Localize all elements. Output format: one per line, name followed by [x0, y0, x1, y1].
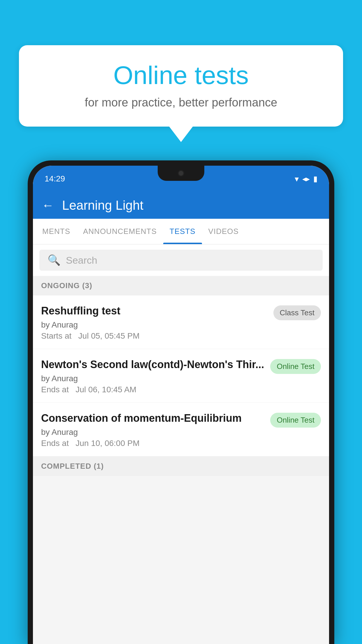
tab-announcements[interactable]: ANNOUNCEMENTS	[77, 219, 163, 244]
signal-icon: ◂▸	[302, 174, 310, 183]
test-badge-3: Online Test	[270, 413, 321, 428]
test-list: Reshuffling test by Anurag Starts at Jul…	[33, 295, 329, 456]
test-info-3: Conservation of momentum-Equilibrium by …	[41, 412, 264, 448]
speech-bubble-arrow	[169, 126, 193, 142]
search-icon: 🔍	[48, 254, 61, 266]
tab-ments[interactable]: MENTS	[36, 219, 77, 244]
test-author-3: by Anurag	[41, 428, 264, 437]
speech-bubble: Online tests for more practice, better p…	[19, 45, 343, 127]
status-icons: ▾ ◂▸ ▮	[295, 174, 317, 184]
speech-bubble-section: Online tests for more practice, better p…	[19, 45, 343, 142]
search-placeholder: Search	[66, 255, 97, 266]
tab-videos[interactable]: VIDEOS	[202, 219, 245, 244]
app-header: ← Learning Light	[33, 192, 329, 219]
phone-notch	[158, 166, 204, 181]
ongoing-section-header: ONGOING (3)	[33, 276, 329, 295]
status-bar: 14:29 ▾ ◂▸ ▮	[33, 166, 329, 192]
test-author-1: by Anurag	[41, 320, 268, 330]
test-badge-1: Class Test	[273, 305, 321, 320]
test-badge-2: Online Test	[270, 359, 321, 374]
phone-inner: 14:29 ▾ ◂▸ ▮ ← Learning Light MENTS ANNO…	[33, 166, 329, 644]
search-bar[interactable]: 🔍 Search	[39, 250, 323, 271]
test-name-1: Reshuffling test	[41, 304, 268, 317]
tabs-bar: MENTS ANNOUNCEMENTS TESTS VIDEOS	[33, 219, 329, 244]
speech-bubble-title: Online tests	[36, 61, 326, 90]
test-name-2: Newton's Second law(contd)-Newton's Thir…	[41, 358, 264, 371]
phone-camera	[178, 170, 184, 176]
status-time: 14:29	[45, 174, 65, 183]
search-bar-container: 🔍 Search	[33, 244, 329, 276]
tab-tests[interactable]: TESTS	[163, 219, 202, 244]
completed-section-header: COMPLETED (1)	[33, 456, 329, 476]
test-name-3: Conservation of momentum-Equilibrium	[41, 412, 264, 425]
phone-frame: 14:29 ▾ ◂▸ ▮ ← Learning Light MENTS ANNO…	[28, 160, 334, 644]
test-author-2: by Anurag	[41, 374, 264, 383]
test-item-1[interactable]: Reshuffling test by Anurag Starts at Jul…	[33, 295, 329, 349]
test-time-2: Ends at Jul 06, 10:45 AM	[41, 385, 264, 394]
back-button[interactable]: ←	[42, 198, 54, 212]
test-item-2[interactable]: Newton's Second law(contd)-Newton's Thir…	[33, 349, 329, 403]
test-item-3[interactable]: Conservation of momentum-Equilibrium by …	[33, 403, 329, 456]
test-info-2: Newton's Second law(contd)-Newton's Thir…	[41, 358, 264, 394]
test-time-3: Ends at Jun 10, 06:00 PM	[41, 439, 264, 448]
test-info-1: Reshuffling test by Anurag Starts at Jul…	[41, 304, 268, 341]
battery-icon: ▮	[313, 174, 317, 183]
wifi-icon: ▾	[295, 174, 299, 184]
app-title: Learning Light	[62, 198, 143, 213]
test-time-1: Starts at Jul 05, 05:45 PM	[41, 331, 268, 341]
speech-bubble-subtitle: for more practice, better performance	[36, 96, 326, 109]
